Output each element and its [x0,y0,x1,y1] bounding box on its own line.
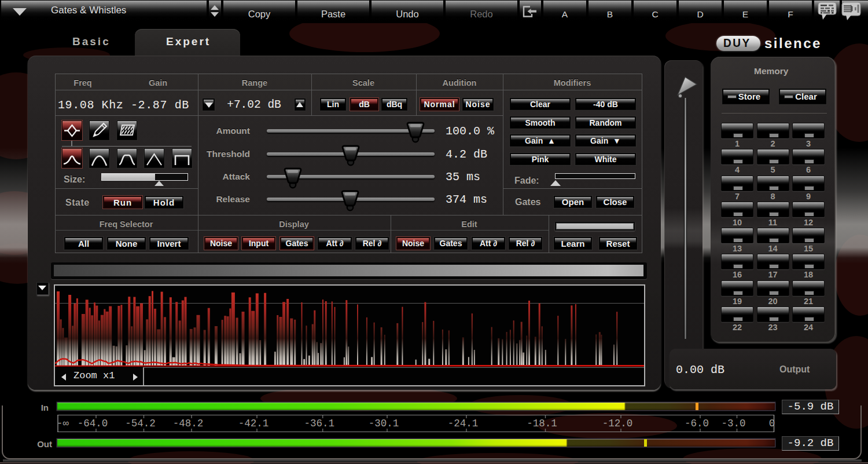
svg-text:-48.2: -48.2 [173,418,204,429]
svg-text:-64.0: -64.0 [78,418,108,429]
svg-text:-36.1: -36.1 [304,418,334,429]
svg-text:-42.1: -42.1 [238,418,269,429]
svg-text:-18.1: -18.1 [527,418,557,429]
svg-text:-30.1: -30.1 [369,418,399,429]
svg-text:0: 0 [769,418,775,429]
svg-text:-3.0: -3.0 [721,418,745,429]
svg-text:-24.1: -24.1 [448,418,479,429]
svg-text:-6.0: -6.0 [685,418,709,429]
svg-text:-∞: -∞ [57,418,69,429]
svg-text:-12.0: -12.0 [602,418,633,429]
svg-text:-54.2: -54.2 [125,418,156,429]
